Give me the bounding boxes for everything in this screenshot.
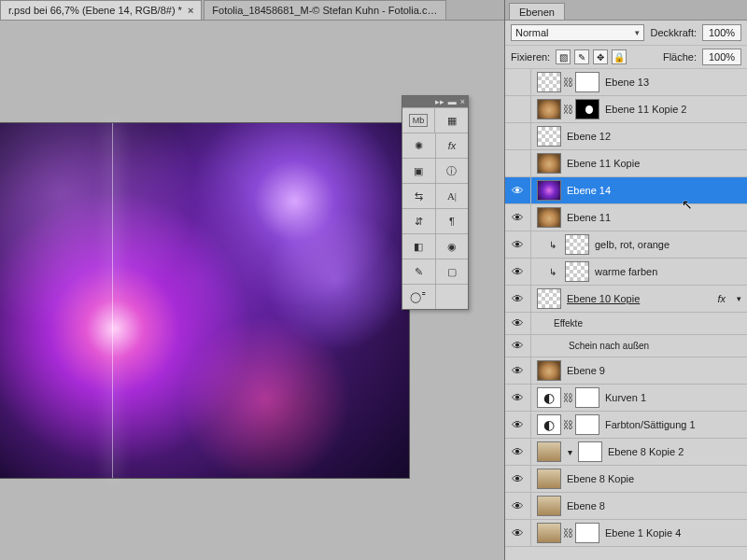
layer-name[interactable]: Ebene 10 Kopie bbox=[567, 293, 712, 304]
layer-name[interactable]: Ebene 11 Kopie 2 bbox=[605, 104, 741, 115]
visibility-toggle[interactable]: 👁 bbox=[505, 177, 531, 203]
layer-thumbnail[interactable] bbox=[537, 207, 561, 228]
layer-name[interactable]: Ebene 11 bbox=[567, 212, 741, 223]
layer-row[interactable]: ⛓Ebene 13 bbox=[505, 69, 747, 96]
layer-thumbnail[interactable] bbox=[537, 496, 561, 516]
layer-row[interactable]: Ebene 11 Kopie bbox=[505, 150, 747, 177]
opacity-field[interactable]: 100% bbox=[702, 24, 741, 41]
layer-thumbnail[interactable] bbox=[537, 469, 561, 489]
tool-adjust-icon[interactable]: ⇆ bbox=[402, 184, 435, 208]
layer-thumbnail[interactable] bbox=[537, 523, 561, 543]
layer-name[interactable]: Ebene 8 bbox=[567, 500, 741, 511]
tool-brush-icon[interactable]: ✎ bbox=[402, 259, 435, 284]
lock-move-icon[interactable]: ✥ bbox=[593, 49, 608, 64]
layer-name[interactable]: Ebene 11 Kopie bbox=[567, 158, 741, 169]
visibility-toggle[interactable]: 👁 bbox=[505, 520, 531, 546]
close-icon[interactable]: × bbox=[460, 98, 465, 106]
mini-toolbox[interactable]: ▸▸ ▬ × Mb ▦ ✺ fx ▣ ⓘ ⇆ A| ⇵ ¶ bbox=[402, 95, 469, 310]
tool-mb[interactable]: Mb bbox=[409, 114, 428, 127]
tool-fx-icon[interactable]: fx bbox=[435, 133, 468, 158]
layer-name[interactable]: Ebene 9 bbox=[567, 365, 741, 376]
layer-thumbnail[interactable] bbox=[565, 234, 589, 255]
layer-thumbnail[interactable] bbox=[565, 261, 589, 282]
visibility-toggle[interactable]: 👁 bbox=[505, 385, 531, 411]
layer-name[interactable]: Ebene 14 bbox=[567, 185, 741, 196]
collapse-icon[interactable]: ▸▸ bbox=[435, 98, 444, 106]
close-icon[interactable]: × bbox=[188, 5, 193, 16]
lock-transparency-icon[interactable]: ▧ bbox=[556, 49, 571, 64]
mask-menu-icon[interactable]: ▾ bbox=[563, 447, 576, 457]
visibility-toggle[interactable]: 👁 bbox=[505, 493, 531, 519]
layer-thumbnail[interactable] bbox=[537, 153, 561, 174]
layer-mask-thumbnail[interactable] bbox=[575, 523, 599, 543]
layer-name[interactable]: gelb, rot, orange bbox=[595, 239, 741, 250]
layer-row[interactable]: 👁Ebene 14 bbox=[505, 177, 747, 204]
lock-all-icon[interactable]: 🔒 bbox=[612, 49, 627, 64]
layer-mask-thumbnail[interactable] bbox=[575, 72, 599, 92]
layer-thumbnail[interactable] bbox=[537, 360, 561, 381]
link-icon[interactable]: ⛓ bbox=[563, 77, 573, 88]
visibility-toggle[interactable]: 👁 bbox=[505, 335, 531, 357]
layer-row[interactable]: 👁Ebene 10 Kopiefx▾ bbox=[505, 286, 747, 313]
layer-name[interactable]: Farbton/Sättigung 1 bbox=[605, 419, 741, 430]
visibility-toggle[interactable]: 👁 bbox=[505, 357, 531, 384]
layer-row[interactable]: 👁Ebene 8 bbox=[505, 493, 747, 520]
effects-header[interactable]: 👁Effekte bbox=[505, 313, 747, 335]
link-icon[interactable]: ⛓ bbox=[563, 419, 573, 430]
tab-document-2[interactable]: Fotolia_18458681_M-© Stefan Kuhn - Fotol… bbox=[204, 0, 446, 20]
visibility-toggle[interactable]: 👁 bbox=[505, 439, 531, 465]
visibility-toggle[interactable]: 👁 bbox=[505, 412, 531, 438]
layer-row[interactable]: 👁⛓Ebene 1 Kopie 4 bbox=[505, 520, 747, 547]
tool-swatches-icon[interactable]: ◧ bbox=[402, 234, 435, 259]
layer-thumbnail[interactable] bbox=[537, 441, 561, 462]
layer-thumbnail[interactable] bbox=[537, 126, 561, 147]
layer-thumbnail[interactable] bbox=[537, 72, 561, 92]
toolbox-header[interactable]: ▸▸ ▬ × bbox=[402, 96, 468, 107]
layer-name[interactable]: Kurven 1 bbox=[605, 392, 741, 403]
layer-row[interactable]: 👁Ebene 8 Kopie bbox=[505, 466, 747, 493]
canvas-image[interactable] bbox=[0, 123, 409, 478]
link-icon[interactable]: ⛓ bbox=[563, 104, 573, 115]
layer-thumbnail[interactable] bbox=[537, 99, 561, 119]
visibility-toggle[interactable]: 👁 bbox=[505, 259, 531, 285]
lock-paint-icon[interactable]: ✎ bbox=[574, 49, 589, 64]
effect-item[interactable]: 👁Schein nach außen bbox=[505, 335, 747, 357]
visibility-toggle[interactable] bbox=[505, 150, 531, 176]
visibility-toggle[interactable] bbox=[505, 96, 531, 122]
tool-character-icon[interactable]: A| bbox=[435, 184, 468, 208]
tab-layers[interactable]: Ebenen bbox=[509, 3, 565, 20]
visibility-toggle[interactable]: 👁 bbox=[505, 231, 531, 258]
layer-name[interactable]: Ebene 8 Kopie bbox=[567, 473, 741, 484]
visibility-toggle[interactable]: 👁 bbox=[505, 204, 531, 231]
tool-adjust2-icon[interactable]: ⇵ bbox=[402, 209, 435, 233]
tool-grid-icon[interactable]: ▦ bbox=[434, 108, 468, 133]
layer-name[interactable]: Ebene 12 bbox=[567, 131, 741, 142]
layer-mask-thumbnail[interactable] bbox=[575, 414, 599, 435]
layer-thumbnail[interactable] bbox=[537, 414, 561, 435]
minimize-icon[interactable]: ▬ bbox=[448, 98, 457, 106]
layer-mask-thumbnail[interactable] bbox=[578, 441, 602, 462]
blend-mode-select[interactable]: Normal bbox=[511, 24, 644, 41]
tool-camera-icon[interactable]: ◯˭ bbox=[402, 285, 435, 309]
layer-thumbnail[interactable] bbox=[537, 387, 561, 408]
fx-badge[interactable]: fx bbox=[717, 293, 729, 304]
tool-wheel-icon[interactable]: ✺ bbox=[402, 133, 435, 158]
layer-name[interactable]: Ebene 1 Kopie 4 bbox=[605, 527, 741, 539]
layer-row[interactable]: ⛓Ebene 11 Kopie 2 bbox=[505, 96, 747, 123]
tool-info-icon[interactable]: ⓘ bbox=[435, 159, 468, 183]
layer-mask-thumbnail[interactable] bbox=[575, 387, 599, 408]
tool-rect-icon[interactable]: ▢ bbox=[435, 259, 468, 284]
tool-image-icon[interactable]: ▣ bbox=[402, 159, 435, 183]
link-icon[interactable]: ⛓ bbox=[563, 527, 573, 539]
tool-3d-icon[interactable]: ◉ bbox=[435, 234, 468, 259]
layer-mask-thumbnail[interactable] bbox=[575, 99, 599, 119]
link-icon[interactable]: ⛓ bbox=[563, 392, 573, 403]
layer-thumbnail[interactable] bbox=[537, 180, 561, 201]
visibility-toggle[interactable]: 👁 bbox=[505, 286, 531, 312]
layer-name[interactable]: warme farben bbox=[595, 266, 741, 277]
visibility-toggle[interactable]: 👁 bbox=[505, 313, 531, 334]
fx-expand-icon[interactable]: ▾ bbox=[737, 294, 741, 303]
visibility-toggle[interactable] bbox=[505, 69, 531, 95]
layer-row[interactable]: 👁▾Ebene 8 Kopie 2 bbox=[505, 439, 747, 466]
layer-row[interactable]: Ebene 12 bbox=[505, 123, 747, 150]
